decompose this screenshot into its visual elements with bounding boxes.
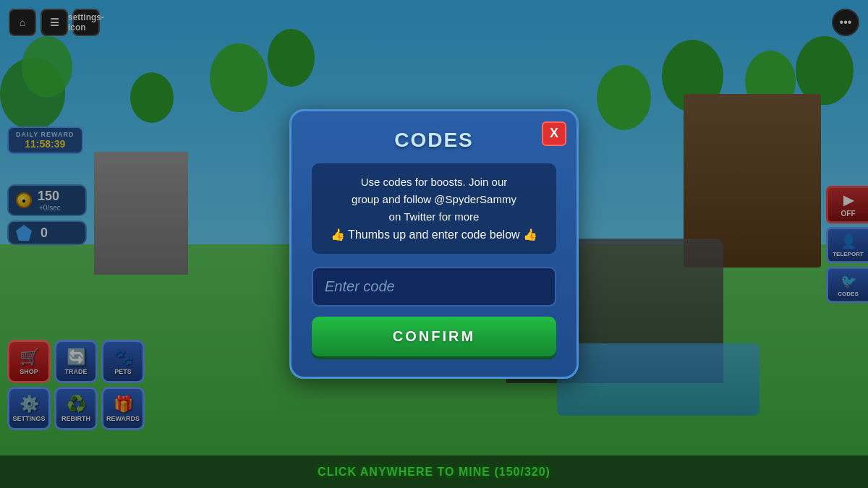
desc-line1: Use codes for boosts. Join our <box>361 176 508 188</box>
modal-title: CODES <box>312 129 556 152</box>
modal-overlay: X CODES Use codes for boosts. Join our g… <box>0 0 868 488</box>
confirm-label: CONFIRM <box>393 328 475 344</box>
confirm-button[interactable]: CONFIRM <box>312 317 556 356</box>
desc-line4: 👍 Thumbs up and enter code below 👍 <box>331 228 537 241</box>
code-input[interactable] <box>312 267 556 307</box>
ui-layer: ⌂ ☰ settings-icon ••• DAILY REWARD 11:58… <box>0 0 868 488</box>
codes-modal: X CODES Use codes for boosts. Join our g… <box>289 109 579 380</box>
desc-line3: on Twitter for more <box>389 210 480 223</box>
modal-description: Use codes for boosts. Join our group and… <box>312 163 556 254</box>
close-icon: X <box>550 126 558 141</box>
close-button[interactable]: X <box>542 121 566 146</box>
desc-line2: group and follow @SpyderSammy <box>352 193 516 205</box>
